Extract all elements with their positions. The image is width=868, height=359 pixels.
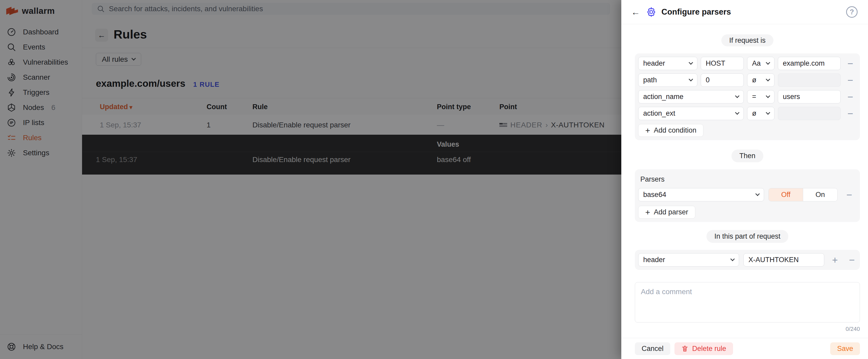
chevron-down-icon — [755, 192, 760, 196]
cancel-button[interactable]: Cancel — [635, 342, 670, 355]
request-part-group: header + − — [635, 250, 860, 270]
chevron-down-icon — [735, 94, 740, 98]
parsers-label: Parsers — [640, 175, 857, 183]
chevron-down-icon — [689, 77, 693, 82]
trash-icon — [681, 345, 688, 352]
section-label-then: Then — [732, 150, 763, 162]
add-part-button[interactable]: + — [832, 255, 838, 265]
condition-row: action_ext ø − — [638, 107, 857, 120]
chevron-down-icon — [735, 111, 740, 115]
parser-select[interactable]: base64 — [638, 188, 764, 201]
modal-header: ← Configure parsers ? — [621, 0, 868, 24]
comment-textarea[interactable] — [635, 282, 860, 323]
help-icon[interactable]: ? — [846, 6, 858, 18]
conditions-group: header Aa − path ø − action_name = − act… — [635, 53, 860, 140]
plus-icon: + — [645, 208, 650, 216]
remove-parser-button[interactable]: − — [846, 190, 852, 200]
condition-field-select[interactable]: action_name — [638, 90, 744, 103]
condition-field-select[interactable]: action_ext — [638, 107, 744, 120]
condition-value-input-disabled — [778, 107, 841, 120]
remove-condition-button[interactable]: − — [847, 92, 853, 102]
condition-op-select[interactable]: = — [747, 90, 774, 103]
remove-condition-button[interactable]: − — [847, 59, 853, 68]
parser-state-toggle: Off On — [769, 188, 838, 201]
condition-field-select[interactable]: header — [638, 57, 698, 70]
chevron-down-icon — [766, 77, 770, 82]
chevron-down-icon — [766, 60, 770, 65]
chevron-down-icon — [766, 94, 770, 98]
chevron-down-icon — [731, 257, 735, 261]
condition-op-select[interactable]: ø — [747, 107, 774, 120]
condition-arg-input[interactable] — [701, 73, 744, 87]
condition-value-input[interactable] — [778, 57, 841, 70]
condition-value-input-disabled — [778, 73, 841, 87]
condition-op-select[interactable]: ø — [747, 73, 774, 87]
condition-op-select[interactable]: Aa — [747, 57, 774, 70]
parser-row: base64 Off On − — [638, 188, 857, 201]
chevron-down-icon — [689, 60, 693, 65]
condition-arg-input[interactable] — [701, 57, 744, 70]
add-condition-button[interactable]: + Add condition — [638, 124, 703, 137]
toggle-on-button[interactable]: On — [803, 188, 837, 201]
add-parser-button[interactable]: + Add parser — [638, 206, 695, 218]
part-value-input[interactable] — [743, 253, 824, 267]
save-button[interactable]: Save — [830, 342, 860, 355]
part-field-select[interactable]: header — [638, 253, 739, 267]
section-label-part-of-request: In this part of request — [707, 230, 788, 243]
modal-footer: Cancel Delete rule Save — [621, 338, 868, 359]
modal-body: If request is header Aa − path ø − actio… — [621, 24, 868, 338]
remove-condition-button[interactable]: − — [847, 75, 853, 85]
section-label-if-request-is: If request is — [721, 34, 773, 47]
delete-rule-button[interactable]: Delete rule — [675, 342, 733, 355]
condition-row: path ø − — [638, 73, 857, 87]
request-part-row: header + − — [638, 253, 857, 267]
toggle-off-button[interactable]: Off — [769, 188, 803, 201]
condition-row: action_name = − — [638, 90, 857, 103]
remove-part-button[interactable]: − — [849, 255, 855, 265]
modal-title: Configure parsers — [661, 7, 731, 17]
plus-icon: + — [645, 126, 650, 135]
char-counter: 0/240 — [635, 326, 860, 332]
parser-gear-icon — [646, 6, 657, 18]
condition-row: header Aa − — [638, 57, 857, 70]
parsers-group: Parsers base64 Off On − + Add parser — [635, 169, 860, 222]
condition-field-select[interactable]: path — [638, 73, 698, 87]
remove-condition-button[interactable]: − — [847, 109, 853, 119]
condition-value-input[interactable] — [778, 90, 841, 103]
configure-parsers-modal: ← Configure parsers ? If request is head… — [621, 0, 868, 359]
modal-back-button[interactable]: ← — [631, 7, 640, 17]
chevron-down-icon — [766, 111, 770, 115]
